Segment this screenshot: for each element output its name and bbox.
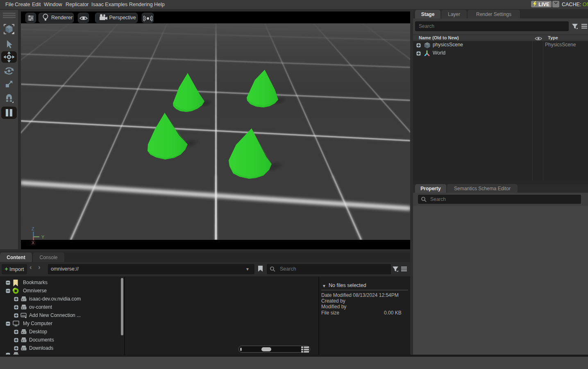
svg-text:Z: Z bbox=[32, 226, 34, 231]
svg-text:X: X bbox=[32, 240, 35, 245]
svg-text:Y: Y bbox=[41, 235, 45, 239]
